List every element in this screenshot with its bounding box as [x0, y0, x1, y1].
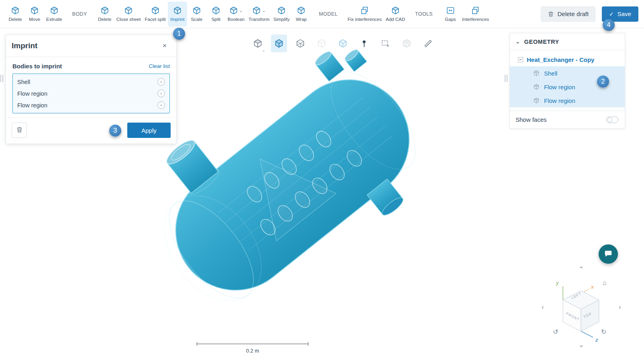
- measure-button[interactable]: [420, 35, 436, 52]
- tool-facet-split[interactable]: Facet split: [143, 2, 167, 27]
- list-item[interactable]: Shell ×: [13, 76, 169, 88]
- tool-body-delete[interactable]: Delete: [95, 2, 114, 27]
- body-cube-icon: [533, 70, 540, 76]
- tool-split[interactable]: Split: [206, 2, 226, 27]
- marquee-icon: [381, 39, 390, 48]
- remove-body-icon[interactable]: ×: [157, 90, 165, 97]
- imprint-panel-body: Bodies to imprint Clear list Shell × Flo…: [6, 57, 176, 117]
- shaded-view-button[interactable]: [271, 35, 287, 52]
- box-select-button[interactable]: [377, 35, 393, 52]
- mesh-display-button: [399, 35, 415, 52]
- trash-icon: [548, 11, 554, 17]
- tool-transform[interactable]: ⌄ Transform: [247, 2, 271, 27]
- panel-title: Imprint: [12, 41, 37, 50]
- tool-interferences[interactable]: Interferences: [460, 2, 491, 27]
- chevron-down-icon[interactable]: ⌄: [262, 8, 265, 12]
- tool-label: Add CAD: [386, 17, 405, 22]
- tree-item-flow-region-2[interactable]: Flow region: [510, 94, 625, 107]
- panel-resize-handle-right[interactable]: [505, 75, 507, 82]
- tree-root-heat-exchanger[interactable]: − Heat_Exchanger - Copy: [510, 53, 625, 66]
- imprint-panel: Imprint × Bodies to imprint Clear list S…: [6, 35, 177, 144]
- remove-body-icon[interactable]: ×: [157, 101, 165, 109]
- rotate-left-button[interactable]: ‹: [542, 304, 544, 310]
- chevron-down-icon[interactable]: ⌄: [239, 8, 243, 12]
- tool-label: Transform: [249, 17, 269, 22]
- tree-item-label: Flow region: [544, 97, 575, 104]
- rotate-up-button[interactable]: ⌃: [579, 266, 584, 273]
- tool-scale[interactable]: Scale: [187, 2, 206, 27]
- tool-imprint[interactable]: Imprint: [168, 2, 187, 27]
- delete-cube-icon: [100, 6, 109, 15]
- tool-gaps[interactable]: Gaps: [441, 2, 460, 27]
- transparent-view-button[interactable]: [335, 35, 351, 52]
- orientation-cube[interactable]: y z x LEFT FRONT TOP: [540, 265, 624, 352]
- gaps-icon: [446, 6, 455, 15]
- add-cad-cube-icon: [391, 6, 400, 15]
- tool-delete-quick[interactable]: Delete: [6, 2, 25, 27]
- callout-badge-4: 4: [603, 19, 615, 31]
- tool-add-cad[interactable]: Add CAD: [384, 2, 407, 27]
- bodies-list: Shell × Flow region × Flow region ×: [12, 74, 170, 113]
- collapse-icon[interactable]: −: [518, 57, 523, 62]
- body-name: Flow region: [17, 90, 47, 97]
- list-item[interactable]: Flow region ×: [13, 88, 169, 99]
- tool-simplify[interactable]: Simplify: [271, 2, 291, 27]
- facet-split-cube-icon: [151, 6, 160, 15]
- list-item[interactable]: Flow region ×: [13, 99, 169, 111]
- rotate-ccw-button[interactable]: ↺: [553, 329, 558, 335]
- rotate-cw-button[interactable]: ↻: [601, 329, 606, 335]
- view-mode-dropdown-button[interactable]: ⌄: [250, 35, 266, 52]
- save-label: Save: [618, 10, 631, 17]
- fix-interferences-icon: [360, 6, 369, 15]
- tools-section-label: TOOLS: [415, 11, 433, 17]
- tool-label: Wrap: [296, 17, 307, 22]
- geometry-title: GEOMETRY: [524, 39, 559, 45]
- scale-bar: 0.2 m: [197, 342, 308, 354]
- clear-list-link[interactable]: Clear list: [149, 63, 170, 69]
- tool-label: Simplify: [273, 17, 289, 22]
- tool-extrude[interactable]: Extrude: [44, 2, 64, 27]
- tool-close-sheet[interactable]: Close sheet: [114, 2, 143, 27]
- tool-label: Split: [212, 17, 220, 22]
- move-cube-icon: [30, 6, 39, 15]
- home-view-button[interactable]: ⌂: [603, 280, 607, 286]
- show-faces-row: Show faces: [510, 111, 625, 128]
- y-axis-label: y: [556, 280, 559, 286]
- panel-resize-handle-left[interactable]: [0, 75, 3, 82]
- close-icon[interactable]: ×: [159, 40, 171, 52]
- geometry-panel-header[interactable]: ⌄ GEOMETRY: [510, 33, 625, 50]
- tool-boolean[interactable]: ⌄ Boolean: [226, 2, 247, 27]
- tool-label: Interferences: [462, 17, 489, 22]
- tool-move[interactable]: Move: [25, 2, 44, 27]
- model-section-label: MODEL: [319, 11, 337, 17]
- delete-draft-button[interactable]: Delete draft: [541, 6, 596, 22]
- body-cube-icon: [533, 84, 540, 90]
- show-faces-toggle[interactable]: [606, 117, 618, 123]
- hidden-line-view-button: [314, 35, 330, 52]
- rotate-right-button[interactable]: ›: [619, 304, 621, 310]
- chat-button[interactable]: [599, 244, 618, 264]
- tool-label: Delete: [8, 17, 22, 22]
- tool-label: Scale: [191, 17, 202, 22]
- tool-fix-interferences[interactable]: Fix interferences: [346, 2, 384, 27]
- rotate-down-button[interactable]: ⌄: [579, 342, 584, 348]
- tool-wrap[interactable]: Wrap: [291, 2, 311, 27]
- simplify-cube-icon: [277, 6, 286, 15]
- wireframe-view-button[interactable]: [292, 35, 308, 52]
- imprint-panel-header: Imprint ×: [6, 35, 176, 57]
- apply-button[interactable]: Apply: [127, 123, 171, 138]
- transform-cube-icon: [252, 6, 261, 15]
- chat-bubble-icon: [604, 249, 613, 259]
- tool-label: Facet split: [145, 17, 165, 22]
- tool-label: Delete: [98, 17, 111, 22]
- delete-draft-label: Delete draft: [558, 10, 589, 17]
- ruler-icon: [423, 39, 433, 48]
- remove-body-icon[interactable]: ×: [157, 78, 165, 86]
- show-faces-label: Show faces: [516, 116, 547, 123]
- check-icon: ✓: [609, 11, 614, 17]
- probe-point-button[interactable]: [356, 35, 372, 52]
- delete-operation-button[interactable]: [12, 123, 27, 138]
- tool-label: Fix interferences: [348, 17, 382, 22]
- scale-bar-line: [197, 342, 308, 346]
- callout-badge-2: 2: [597, 76, 609, 88]
